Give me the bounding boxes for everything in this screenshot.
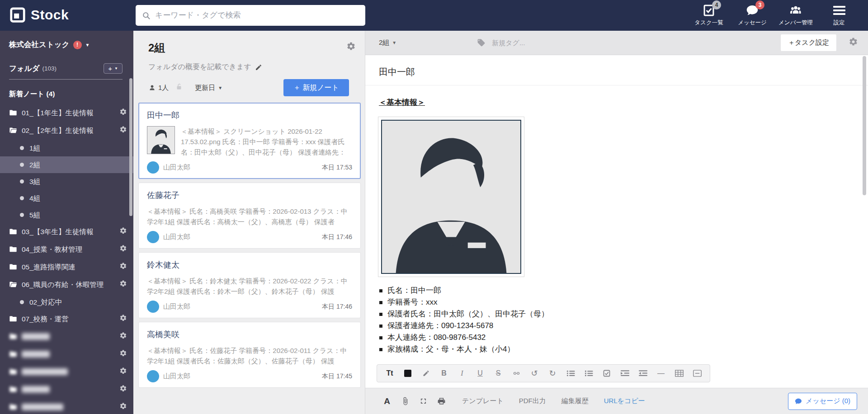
gear-icon[interactable] (119, 280, 127, 289)
student-photo[interactable] (378, 117, 524, 277)
task-settings-button[interactable]: ＋タスク設定 (780, 34, 837, 52)
sidebar-class-5[interactable]: 5組 (0, 207, 133, 223)
search-input[interactable] (155, 11, 359, 20)
sidebar-folder-06[interactable]: 06_職員の有給・休暇管理 (0, 276, 133, 294)
new-notes-label[interactable]: 新着ノート (4) (9, 89, 124, 99)
copy-url-link[interactable]: URLをコピー (604, 397, 645, 405)
sidebar-subfolder-02-taiouchuu[interactable]: 02_対応中 (0, 294, 133, 310)
note-scrollbar[interactable] (863, 56, 866, 195)
table-button[interactable] (670, 366, 688, 381)
sidebar-scrollbar[interactable] (129, 78, 132, 216)
fullscreen-button[interactable] (414, 393, 432, 409)
note-gear-icon[interactable] (849, 37, 858, 48)
message-button[interactable]: メッセージ (0) (788, 393, 857, 410)
gear-icon[interactable] (119, 126, 127, 135)
editor-toolbar: Tt B I U S ↺ ↻ — (377, 364, 710, 382)
outdent-button[interactable] (634, 366, 652, 381)
folder-description[interactable]: フォルダの概要を記載できます (148, 62, 357, 72)
redacted-label (22, 368, 68, 375)
undo-button[interactable]: ↺ (525, 366, 543, 381)
note-card-takahashi[interactable]: 高橋美咲 ＜基本情報＞ 氏名：佐藤花子 学籍番号：2026-02-011 クラス… (138, 322, 361, 388)
redo-button[interactable]: ↻ (543, 366, 561, 381)
checklist-button[interactable] (598, 366, 616, 381)
nav-settings[interactable]: 設定 (817, 4, 861, 27)
sidebar-folder-redacted[interactable] (0, 399, 133, 414)
class-label: 4組 (29, 193, 116, 203)
sidebar-folder-redacted[interactable] (0, 346, 133, 363)
edit-history-link[interactable]: 編集履歴 (561, 397, 589, 405)
highlighter-button[interactable] (417, 366, 435, 381)
sidebar-folder-redacted[interactable] (0, 381, 133, 399)
note-card-sato[interactable]: 佐藤花子 ＜基本情報＞ 氏名：高橋美咲 学籍番号：2026-02-013 クラス… (138, 183, 361, 249)
new-tag-input[interactable] (492, 39, 591, 47)
print-button[interactable] (432, 393, 450, 409)
underline-button[interactable]: U (471, 366, 489, 381)
sidebar-folder-05[interactable]: 05_進路指導関連 (0, 259, 133, 276)
sidebar-folder-01[interactable]: 01_【1年生】生徒情報 (0, 104, 133, 122)
sidebar-class-3[interactable]: 3組 (0, 173, 133, 190)
stock-logo[interactable]: Stock (9, 6, 69, 24)
list-item: 学籍番号：xxx (379, 296, 868, 308)
folder-gear-icon[interactable] (346, 42, 356, 53)
chevron-down-icon: ▼ (392, 40, 396, 45)
folder-icon (9, 263, 19, 273)
gear-icon[interactable] (119, 245, 127, 254)
bulleted-list-button[interactable] (561, 366, 580, 381)
gear-icon[interactable] (119, 227, 127, 236)
gear-icon[interactable] (119, 402, 127, 412)
folder-label: 05_進路指導関連 (22, 262, 108, 272)
unlock-icon[interactable] (175, 83, 183, 93)
indent-button[interactable] (616, 366, 634, 381)
folder-icon (9, 332, 19, 342)
gear-icon[interactable] (119, 332, 127, 341)
author-avatar (147, 301, 159, 313)
bold-button[interactable]: B (435, 366, 453, 381)
folder-icon (9, 350, 19, 360)
sidebar-class-1[interactable]: 1組 (0, 140, 133, 156)
horizontal-rule-button[interactable]: — (652, 366, 670, 381)
gear-icon[interactable] (119, 367, 127, 376)
note-card-suzuki[interactable]: 鈴木健太 ＜基本情報＞ 氏名：鈴木健太 学籍番号：2026-02-022 クラス… (138, 252, 361, 318)
pdf-export-link[interactable]: PDF出力 (519, 397, 546, 405)
add-folder-button[interactable]: + ▼ (104, 63, 123, 74)
nav-messages[interactable]: 3 メッセージ (731, 4, 774, 27)
sidebar-folder-02[interactable]: 02_【2年生】生徒情報 (0, 122, 133, 140)
italic-button[interactable]: I (453, 366, 471, 381)
collapse-block-button[interactable] (688, 366, 706, 381)
nav-tasks[interactable]: 4 タスク一覧 (687, 4, 731, 27)
folder-icon (9, 385, 19, 395)
sidebar-folder-03[interactable]: 03_【3年生】生徒情報 (0, 223, 133, 241)
sidebar-folder-04[interactable]: 04_授業・教材管理 (0, 241, 133, 259)
sidebar-class-2-selected[interactable]: 2組 (0, 156, 133, 173)
new-note-button[interactable]: ＋ 新規ノート (283, 79, 349, 96)
chevron-down-icon: ▼ (85, 42, 90, 47)
strikethrough-button[interactable]: S (489, 366, 507, 381)
global-search[interactable] (136, 5, 365, 26)
member-count[interactable]: 1人 (148, 84, 169, 92)
sidebar-class-4[interactable]: 4組 (0, 190, 133, 207)
font-color-tool[interactable]: A (378, 393, 396, 409)
gear-icon[interactable] (119, 349, 127, 359)
bullet-icon (20, 179, 24, 183)
note-card-tanaka[interactable]: 田中一郎 ＜基本情報＞ スクリーンショット 2026-01-22 17.53.0… (138, 103, 361, 179)
sort-dropdown[interactable]: 更新日 ▼ (195, 84, 222, 92)
attach-file-button[interactable] (396, 393, 414, 409)
gear-icon[interactable] (119, 314, 127, 324)
text-size-button[interactable]: Tt (381, 366, 399, 381)
sidebar-folder-redacted[interactable] (0, 363, 133, 381)
gear-icon[interactable] (119, 385, 127, 394)
nav-members[interactable]: メンバー管理 (774, 4, 817, 27)
note-title-row: 田中一郎 (365, 55, 868, 85)
gear-icon[interactable] (119, 108, 127, 118)
font-color-button[interactable] (399, 366, 417, 381)
sidebar-folder-redacted[interactable] (0, 328, 133, 346)
sidebar-folder-07[interactable]: 07_校務・運営 (0, 310, 133, 328)
link-button[interactable] (507, 366, 525, 381)
org-selector[interactable]: 株式会社ストック ! ▼ (0, 31, 133, 50)
note-editor-body[interactable]: 田中一郎 ＜基本情報＞ 氏名：田中一郎 学籍番号：xxx 保護者氏名：田中太郎（… (365, 55, 868, 388)
note-folder-dropdown[interactable]: 2組 ▼ (379, 38, 396, 47)
folder-icon (9, 108, 19, 118)
gear-icon[interactable] (119, 262, 127, 272)
numbered-list-button[interactable] (580, 366, 598, 381)
template-link[interactable]: テンプレート (462, 397, 504, 405)
